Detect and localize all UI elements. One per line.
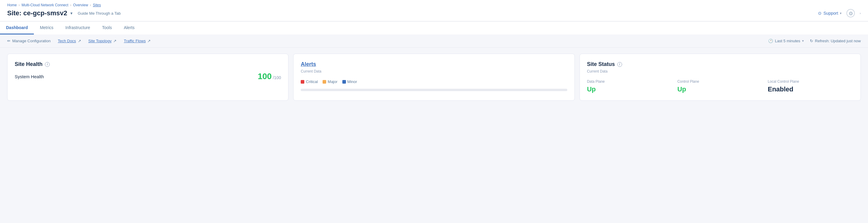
traffic-flows-item[interactable]: Traffic Flows ↗ [124,39,151,43]
breadcrumb-sites[interactable]: Sites [93,3,101,7]
tab-dashboard[interactable]: Dashboard [0,22,34,34]
site-health-card: Site Health i System Health 100 /100 [7,54,288,101]
site-status-title: Site Status i [587,61,853,67]
time-filter-label: Last 5 minutes [775,39,800,43]
critical-label: Critical [306,79,318,84]
tab-metrics[interactable]: Metrics [34,22,59,34]
control-plane-col: Control Plane Up [677,79,763,93]
site-health-title: Site Health i [15,61,281,67]
tech-docs-link[interactable]: Tech Docs [58,39,76,43]
tab-alerts[interactable]: Alerts [118,22,141,34]
data-plane-col: Data Plane Up [587,79,673,93]
header-right: ⊙ Support ▾ ⊙ › [818,9,861,18]
health-max: /100 [273,75,281,80]
site-status-label: Site Status [587,61,615,67]
site-status-info-icon[interactable]: i [617,62,622,67]
breadcrumb: Home › Multi-Cloud Network Connect › Ove… [7,0,861,7]
site-status-card: Site Status i Current Data Data Plane Up… [580,54,861,101]
local-control-plane-value: Enabled [768,85,794,93]
alerts-legend: Critical Major Minor [301,79,567,84]
user-chevron-icon[interactable]: › [860,11,861,15]
toolbar: ✏ Manage Configuration Tech Docs ↗ Site … [0,34,868,48]
site-topology-link[interactable]: Site Topology [88,39,112,43]
user-avatar[interactable]: ⊙ [846,9,855,18]
tab-infrastructure[interactable]: Infrastructure [59,22,96,34]
local-control-plane-label: Local Control Plane [768,79,853,84]
health-value: 100 [257,72,272,81]
legend-major: Major [322,79,338,84]
legend-critical: Critical [301,79,318,84]
data-plane-value: Up [587,85,596,93]
critical-dot [301,80,304,84]
minor-dot [342,80,346,84]
tech-docs-external-icon: ↗ [78,39,81,43]
system-health-row: System Health 100 /100 [15,69,281,84]
manage-config-label: Manage Configuration [12,39,51,43]
clock-icon: 🕐 [768,39,773,43]
main-content: Site Health i System Health 100 /100 Ale… [0,48,868,107]
support-chevron-icon: ▾ [840,11,842,15]
data-plane-label: Data Plane [587,79,673,84]
refresh-icon: ↻ [810,39,813,43]
support-circle-icon: ⊙ [818,11,822,16]
site-status-subtitle: Current Data [587,69,853,74]
time-filter-chevron-icon: ▾ [802,39,804,43]
time-filter[interactable]: 🕐 Last 5 minutes ▾ [768,39,804,43]
alerts-bar [301,89,567,91]
site-health-info-icon[interactable]: i [45,62,50,67]
support-label: Support [824,11,838,16]
pencil-icon: ✏ [7,39,10,43]
control-plane-label: Control Plane [677,79,763,84]
major-dot [322,80,326,84]
manage-config-item[interactable]: ✏ Manage Configuration [7,39,51,43]
system-health-label: System Health [15,74,44,79]
tab-tools[interactable]: Tools [96,22,118,34]
site-topology-external-icon: ↗ [113,39,117,43]
site-dropdown-icon[interactable]: ▾ [70,11,72,16]
local-control-plane-col: Local Control Plane Enabled [768,79,853,93]
alerts-subtitle: Current Data [301,69,567,74]
traffic-flows-external-icon: ↗ [147,39,151,43]
breadcrumb-multicloud[interactable]: Multi-Cloud Network Connect [22,3,68,7]
nav-tabs: Dashboard Metrics Infrastructure Tools A… [0,21,868,34]
tech-docs-item[interactable]: Tech Docs ↗ [58,39,81,43]
control-plane-value: Up [677,85,686,93]
refresh-label: Refresh: Updated just now [815,39,861,43]
breadcrumb-home[interactable]: Home [7,3,17,7]
breadcrumb-overview[interactable]: Overview [73,3,88,7]
major-label: Major [328,79,338,84]
support-button[interactable]: ⊙ Support ▾ [818,11,842,16]
alerts-card: Alerts Current Data Critical Major Minor [293,54,575,101]
legend-minor: Minor [342,79,357,84]
minor-label: Minor [347,79,357,84]
site-topology-item[interactable]: Site Topology ↗ [88,39,117,43]
traffic-flows-link[interactable]: Traffic Flows [124,39,146,43]
page-title: Site: ce-gcp-smsv2 [7,9,67,17]
health-score: 100 /100 [257,72,281,81]
site-health-label: Site Health [15,61,42,67]
refresh-info[interactable]: ↻ Refresh: Updated just now [810,39,861,43]
alerts-title[interactable]: Alerts [301,61,567,67]
status-grid: Data Plane Up Control Plane Up Local Con… [587,79,853,93]
guide-me-link[interactable]: Guide Me Through a Tab [78,11,121,16]
